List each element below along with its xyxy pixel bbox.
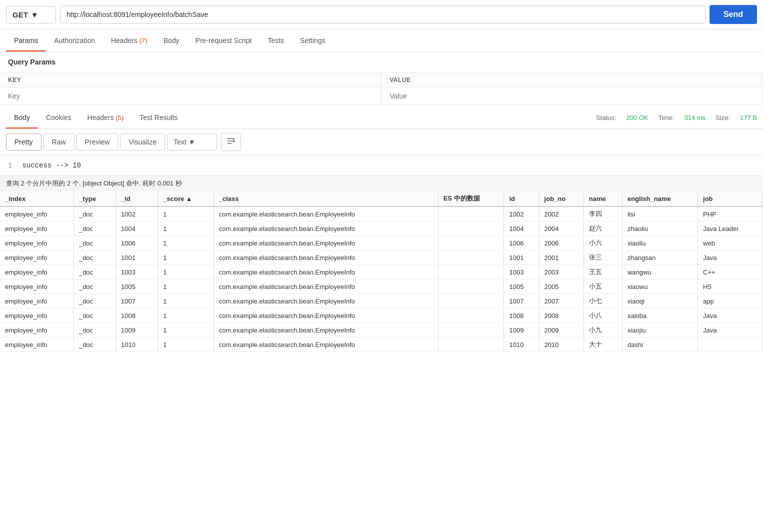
code-text: success --> 10: [22, 162, 81, 170]
col-header-index[interactable]: _index: [0, 191, 74, 206]
table-cell: 2003: [539, 265, 584, 280]
table-cell: [438, 222, 504, 236]
col-header-id[interactable]: _id: [116, 191, 158, 206]
table-cell: com.example.elasticsearch.bean.EmployeeI…: [214, 206, 438, 222]
key-column-header: KEY: [0, 72, 382, 88]
params-table: KEY VALUE: [0, 72, 763, 104]
table-cell: lisi: [622, 206, 698, 222]
table-cell: _doc: [74, 294, 116, 308]
table-cell: _doc: [74, 222, 116, 236]
table-cell: app: [698, 294, 763, 308]
table-cell: com.example.elasticsearch.bean.EmployeeI…: [214, 265, 438, 280]
value-cell: [382, 88, 763, 104]
table-cell: 2002: [539, 206, 584, 222]
format-dropdown[interactable]: Text ▼: [167, 134, 217, 150]
table-cell: [438, 206, 504, 222]
table-row: employee_info_doc10011com.example.elasti…: [0, 250, 763, 265]
col-header-job[interactable]: job: [698, 191, 763, 206]
line-number: 1: [8, 162, 12, 170]
method-label: GET: [12, 10, 28, 19]
table-cell: 1: [158, 294, 214, 308]
query-params-header: Query Params: [0, 52, 763, 72]
tab-headers[interactable]: Headers (7): [103, 30, 156, 52]
table-row: employee_info_doc10041com.example.elasti…: [0, 222, 763, 236]
table-row: employee_info_doc10051com.example.elasti…: [0, 280, 763, 294]
value-column-header: VALUE: [382, 72, 763, 88]
table-cell: 2006: [539, 236, 584, 250]
method-dropdown[interactable]: GET ▼: [6, 6, 56, 24]
table-cell: [438, 280, 504, 294]
table-cell: _doc: [74, 308, 116, 323]
col-header-english-name[interactable]: english_name: [622, 191, 698, 206]
table-cell: 1003: [116, 265, 158, 280]
value-input[interactable]: [390, 92, 754, 100]
table-cell: Java: [698, 250, 763, 265]
time-value: 314 ms: [684, 114, 706, 122]
table-cell: com.example.elasticsearch.bean.EmployeeI…: [214, 236, 438, 250]
table-cell: com.example.elasticsearch.bean.EmployeeI…: [214, 250, 438, 265]
rtab-headers[interactable]: Headers (5): [80, 106, 132, 128]
rtab-test-results[interactable]: Test Results: [132, 106, 186, 128]
table-cell: 1002: [116, 206, 158, 222]
rtab-body[interactable]: Body: [6, 106, 38, 128]
table-cell: _doc: [74, 265, 116, 280]
table-cell: employee_info: [0, 265, 74, 280]
data-table-container: _index _type _id _score ▲ _class ES 中的数据…: [0, 191, 763, 352]
response-toolbar: Pretty Raw Preview Visualize Text ▼: [0, 129, 763, 156]
table-cell: employee_info: [0, 222, 74, 236]
bottom-info-text: 查询 2 个分片中用的 2 个. [object Object] 命中. 耗时 …: [6, 180, 182, 187]
table-cell: _doc: [74, 236, 116, 250]
table-cell: 1: [158, 323, 214, 338]
col-header-esdata[interactable]: ES 中的数据: [438, 191, 504, 206]
raw-button[interactable]: Raw: [44, 134, 74, 150]
status-info: Status: 200 OK Time: 314 ms Size: 177 B: [596, 114, 757, 122]
wrap-icon: [226, 137, 236, 145]
table-cell: com.example.elasticsearch.bean.EmployeeI…: [214, 308, 438, 323]
table-cell: employee_info: [0, 294, 74, 308]
table-row: employee_info_doc10101com.example.elasti…: [0, 338, 763, 352]
table-cell: [438, 338, 504, 352]
tab-body[interactable]: Body: [156, 30, 188, 52]
tab-authorization[interactable]: Authorization: [46, 30, 103, 52]
table-cell: 1: [158, 265, 214, 280]
visualize-button[interactable]: Visualize: [120, 134, 165, 150]
wrap-button[interactable]: [221, 133, 241, 151]
key-input[interactable]: [8, 92, 373, 100]
bottom-info-bar: 查询 2 个分片中用的 2 个. [object Object] 命中. 耗时 …: [0, 176, 763, 191]
status-value: 200 OK: [626, 114, 648, 122]
rtab-cookies[interactable]: Cookies: [38, 106, 80, 128]
tab-tests[interactable]: Tests: [260, 30, 292, 52]
col-header-id2[interactable]: id: [504, 191, 539, 206]
table-cell: zhaoliu: [622, 222, 698, 236]
tab-settings[interactable]: Settings: [292, 30, 334, 52]
table-cell: 大十: [584, 338, 622, 352]
col-header-score[interactable]: _score ▲: [158, 191, 214, 206]
col-header-class[interactable]: _class: [214, 191, 438, 206]
table-cell: [698, 338, 763, 352]
table-cell: [438, 308, 504, 323]
tab-prerequest[interactable]: Pre-request Script: [188, 30, 260, 52]
time-label: Time:: [658, 114, 674, 122]
table-cell: _doc: [74, 250, 116, 265]
pretty-button[interactable]: Pretty: [6, 134, 42, 150]
results-table: _index _type _id _score ▲ _class ES 中的数据…: [0, 191, 763, 352]
table-cell: 小八: [584, 308, 622, 323]
status-label: Status:: [596, 114, 616, 122]
col-header-name[interactable]: name: [584, 191, 622, 206]
table-cell: 1005: [116, 280, 158, 294]
table-cell: xiaowu: [622, 280, 698, 294]
size-label: Size:: [716, 114, 730, 122]
table-cell: 2007: [539, 294, 584, 308]
preview-button[interactable]: Preview: [76, 134, 118, 150]
table-cell: com.example.elasticsearch.bean.EmployeeI…: [214, 323, 438, 338]
table-cell: employee_info: [0, 308, 74, 323]
table-cell: C++: [698, 265, 763, 280]
table-cell: 1006: [504, 236, 539, 250]
top-bar: GET ▼ Send: [0, 0, 763, 30]
tab-params[interactable]: Params: [6, 30, 46, 52]
send-button[interactable]: Send: [710, 5, 757, 24]
col-header-jobno[interactable]: job_no: [539, 191, 584, 206]
url-input[interactable]: [60, 6, 706, 24]
table-cell: _doc: [74, 280, 116, 294]
col-header-type[interactable]: _type: [74, 191, 116, 206]
